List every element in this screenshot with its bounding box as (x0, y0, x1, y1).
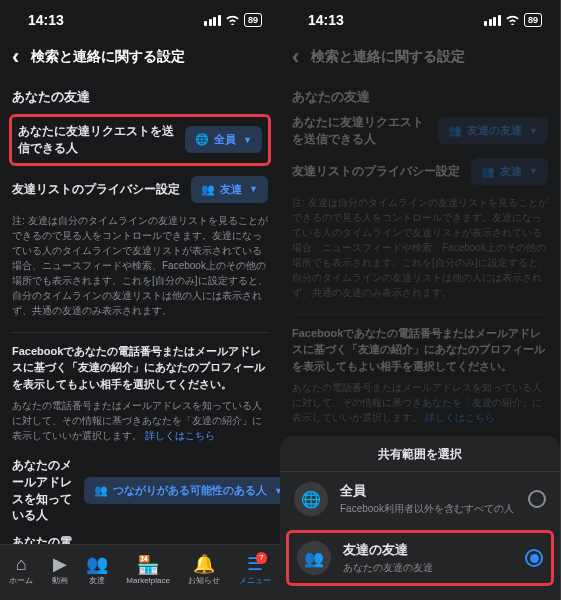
cellular-icon (484, 15, 501, 26)
friend-list-audience-pill[interactable]: 👥 友達 ▼ (191, 176, 268, 203)
section-your-friends: あなたの友達 (12, 88, 268, 106)
friend-list-desc: 注: 友達は自分のタイムラインの友達リストを見ることができるので見る人をコントロ… (12, 213, 268, 318)
option-sub: Facebook利用者以外を含むすべての人 (340, 502, 516, 516)
friend-list-desc: 注: 友達は自分のタイムラインの友達リストを見ることができるので見る人をコントロ… (292, 195, 548, 300)
option-text: 全員 Facebook利用者以外を含むすべての人 (340, 482, 516, 516)
status-bar: 14:13 89 (280, 0, 560, 40)
radio-selected[interactable] (525, 549, 543, 567)
friend-request-audience-pill[interactable]: 🌐 全員 ▼ (185, 126, 262, 153)
nav-badge: 7 (256, 552, 266, 564)
pill-label: 友達の友達 (467, 123, 522, 138)
home-icon: ⌂ (16, 555, 27, 573)
page-header: ‹ 検索と連絡に関する設定 (0, 40, 280, 78)
nav-video[interactable]: ▶ 動画 (52, 555, 68, 586)
friends-icon: 👥 (94, 484, 108, 497)
bottom-nav: ⌂ ホーム ▶ 動画 👥 友達 🏪 Marketplace 🔔 お知らせ ☰ メ… (0, 544, 280, 600)
phone-email-heading: Facebookであなたの電話番号またはメールアドレスに基づく「友達の紹介」にあ… (292, 325, 548, 375)
marketplace-icon: 🏪 (137, 556, 159, 574)
friend-list-audience-pill: 👥 友達 ▼ (471, 158, 548, 185)
audience-bottom-sheet: 共有範囲を選択 🌐 全員 Facebook利用者以外を含むすべての人 👥 友達の… (280, 436, 560, 600)
friends-icon: 👥 (201, 183, 215, 196)
option-public[interactable]: 🌐 全員 Facebook利用者以外を含むすべての人 (280, 472, 560, 526)
caret-down-icon: ▼ (529, 166, 538, 176)
globe-icon: 🌐 (195, 133, 209, 146)
phone-email-desc-text: あなたの電話番号またはメールアドレスを知っている人に対して、その情報に基づきあな… (12, 400, 262, 441)
radio-unselected[interactable] (528, 490, 546, 508)
globe-icon: 🌐 (294, 482, 328, 516)
nav-label: メニュー (239, 575, 271, 586)
pill-label: 友達 (500, 164, 522, 179)
nav-label: Marketplace (126, 576, 170, 585)
row-friend-list-privacy: 友達リストのプライバシー設定 👥 友達 ▼ (292, 158, 548, 185)
row-email-label: あなたのメールアドレスを知っている人 (12, 457, 76, 524)
friends-icon: 👥 (481, 165, 495, 178)
phone-left: 14:13 89 ‹ 検索と連絡に関する設定 あなたの友達 あなたに友達リクエス… (0, 0, 280, 600)
status-time: 14:13 (28, 12, 64, 28)
back-chevron-icon[interactable]: ‹ (12, 46, 19, 68)
row-friend-request-label: あなたに友達リクエストを送信できる人 (292, 114, 430, 148)
cellular-icon (204, 15, 221, 26)
learn-more-link: 詳しくはこちら (425, 412, 495, 423)
wifi-icon (225, 13, 240, 28)
row-friend-list-privacy[interactable]: 友達リストのプライバシー設定 👥 友達 ▼ (12, 176, 268, 203)
highlight-friend-request-row: あなたに友達リクエストを送信できる人 🌐 全員 ▼ (9, 114, 271, 166)
option-label: 全員 (340, 482, 516, 500)
caret-down-icon: ▼ (243, 135, 252, 145)
nav-label: 友達 (89, 575, 105, 586)
email-audience-pill[interactable]: 👥 つながりがある可能性のある人 ▼ (84, 477, 280, 504)
row-friend-request[interactable]: あなたに友達リクエストを送信できる人 🌐 全員 ▼ (18, 123, 262, 157)
row-friend-request: あなたに友達リクエストを送信できる人 👥 友達の友達 ▼ (292, 114, 548, 148)
row-friend-list-label: 友達リストのプライバシー設定 (292, 163, 463, 180)
battery-indicator: 89 (244, 13, 262, 27)
section-your-friends: あなたの友達 (292, 88, 548, 106)
caret-down-icon: ▼ (249, 184, 258, 194)
nav-notifications[interactable]: 🔔 お知らせ (188, 555, 220, 586)
battery-indicator: 89 (524, 13, 542, 27)
row-phone-lookup[interactable]: あなたの電話番号を知っている人 👥 つながりがある可能性のある人 ▼ (12, 534, 268, 544)
friends-icon: 👥 (448, 124, 462, 137)
settings-scroll[interactable]: あなたの友達 あなたに友達リクエストを送信できる人 🌐 全員 ▼ 友達リストのプ… (0, 78, 280, 544)
nav-friends[interactable]: 👥 友達 (86, 555, 108, 586)
divider (292, 314, 548, 315)
friend-request-audience-pill: 👥 友達の友達 ▼ (438, 117, 548, 144)
option-sub: あなたの友達の友達 (343, 561, 513, 575)
status-bar: 14:13 89 (0, 0, 280, 40)
nav-home[interactable]: ⌂ ホーム (9, 555, 33, 586)
nav-label: ホーム (9, 575, 33, 586)
row-phone-label: あなたの電話番号を知っている人 (12, 534, 76, 544)
nav-label: 動画 (52, 575, 68, 586)
wifi-icon (505, 13, 520, 28)
row-friend-request-label: あなたに友達リクエストを送信できる人 (18, 123, 177, 157)
page-header: ‹ 検索と連絡に関する設定 (280, 40, 560, 78)
nav-marketplace[interactable]: 🏪 Marketplace (126, 556, 170, 585)
status-time: 14:13 (308, 12, 344, 28)
friends-icon: 👥 (86, 555, 108, 573)
phone-email-heading: Facebookであなたの電話番号またはメールアドレスに基づく「友達の紹介」にあ… (12, 343, 268, 393)
caret-down-icon: ▼ (529, 126, 538, 136)
nav-menu[interactable]: ☰ メニュー 7 (239, 555, 271, 586)
option-friends-of-friends[interactable]: 👥 友達の友達 あなたの友達の友達 (286, 530, 554, 586)
page-title: 検索と連絡に関する設定 (31, 48, 185, 66)
row-friend-list-label: 友達リストのプライバシー設定 (12, 181, 183, 198)
learn-more-link[interactable]: 詳しくはこちら (145, 430, 215, 441)
nav-label: お知らせ (188, 575, 220, 586)
back-chevron-icon[interactable]: ‹ (292, 46, 299, 68)
row-email-lookup[interactable]: あなたのメールアドレスを知っている人 👥 つながりがある可能性のある人 ▼ (12, 457, 268, 524)
phone-email-desc-text: あなたの電話番号またはメールアドレスを知っている人に対して、その情報に基づきあな… (292, 382, 542, 423)
pill-label: つながりがある可能性のある人 (113, 483, 267, 498)
video-icon: ▶ (53, 555, 67, 573)
phone-right: 14:13 89 ‹ 検索と連絡に関する設定 あなたの友達 あなたに友達リクエス… (280, 0, 560, 600)
friends-icon: 👥 (297, 541, 331, 575)
phone-email-desc: あなたの電話番号またはメールアドレスを知っている人に対して、その情報に基づきあな… (12, 398, 268, 443)
phone-email-desc: あなたの電話番号またはメールアドレスを知っている人に対して、その情報に基づきあな… (292, 380, 548, 425)
pill-label: 全員 (214, 132, 236, 147)
page-title: 検索と連絡に関する設定 (311, 48, 465, 66)
pill-label: 友達 (220, 182, 242, 197)
bell-icon: 🔔 (193, 555, 215, 573)
sheet-title: 共有範囲を選択 (280, 446, 560, 472)
divider (12, 332, 268, 333)
option-text: 友達の友達 あなたの友達の友達 (343, 541, 513, 575)
option-label: 友達の友達 (343, 541, 513, 559)
status-indicators: 89 (204, 13, 262, 28)
status-indicators: 89 (484, 13, 542, 28)
